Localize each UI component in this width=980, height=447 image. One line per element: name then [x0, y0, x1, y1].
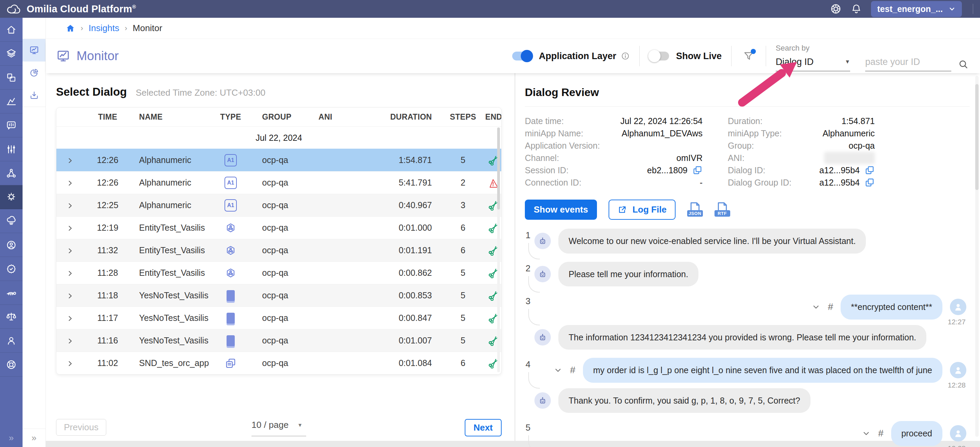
field-label: Session ID: [525, 165, 569, 175]
filter-button[interactable] [741, 49, 756, 64]
dialog-row[interactable]: 11:18YesNoTest_Vasilisocp-qa0:00.8535 [56, 284, 501, 307]
next-page-button[interactable]: Next [465, 419, 502, 436]
column-header-steps[interactable]: STEPS [441, 113, 485, 122]
subsidebar-collapse-button[interactable]: » [22, 428, 45, 447]
column-header-end[interactable]: END [485, 113, 501, 122]
copy-icon[interactable] [864, 177, 875, 188]
log-file-button[interactable]: Log File [609, 200, 676, 220]
subsidebar-item-export[interactable] [22, 84, 45, 107]
topbar-divider [973, 4, 973, 14]
sidebar-item-apps[interactable] [0, 65, 22, 89]
settings-icon[interactable] [830, 3, 842, 15]
sidebar-collapse-button[interactable]: » [0, 428, 22, 447]
collapse-chevron-icon[interactable] [862, 429, 871, 438]
user-menu-button[interactable]: test_energon_... [871, 1, 962, 17]
show-live-label: Show Live [676, 51, 722, 62]
sidebar-item-account[interactable] [0, 329, 22, 353]
show-live-toggle[interactable] [649, 52, 669, 60]
expand-row-chevron-icon[interactable] [66, 292, 74, 299]
previous-page-button[interactable]: Previous [56, 419, 106, 436]
subsidebar-item-reports[interactable] [22, 62, 45, 84]
sidebar-item-quality[interactable] [0, 257, 22, 281]
sidebar-item-home[interactable] [0, 18, 22, 42]
subsidebar-spacer [22, 107, 45, 428]
sidebar-item-compliance[interactable] [0, 305, 22, 329]
search-type-select[interactable]: Dialog ID ▼ [776, 57, 850, 72]
dialog-table-card: TIMENAMETYPEGROUPANIDURATIONSTEPSEND Jul… [56, 107, 502, 375]
expand-row-chevron-icon[interactable] [66, 360, 74, 367]
column-header-time[interactable]: TIME [84, 113, 132, 122]
field-label: Date time: [525, 116, 564, 126]
column-header-type[interactable]: TYPE [207, 113, 255, 122]
page-size-select[interactable]: 10 / page ▼ [251, 420, 306, 436]
search-type-value: Dialog ID [776, 57, 814, 67]
field-value: 1:54.871 [842, 116, 875, 126]
field-value: ocp-qa [849, 141, 875, 150]
dialog-review-details: Date time: Jul 22, 2024 12:26:54 miniApp… [525, 115, 970, 189]
hash-icon[interactable]: # [878, 428, 884, 439]
hash-icon[interactable]: # [570, 365, 576, 375]
expand-row-chevron-icon[interactable] [66, 202, 74, 209]
dialog-row[interactable]: 11:17YesNoTest_Vasilisocp-qa0:00.8475 [56, 307, 501, 329]
sidebar-item-support[interactable] [0, 353, 22, 377]
dialog-row[interactable]: 12:26AlphanumericA1ocp-qa1:54.8715 [56, 149, 501, 171]
quality-icon [6, 264, 17, 274]
copy-icon[interactable] [692, 165, 703, 175]
expand-row-chevron-icon[interactable] [66, 179, 74, 186]
hash-icon[interactable]: # [828, 301, 834, 312]
column-header-name[interactable]: NAME [132, 113, 207, 122]
expand-row-chevron-icon[interactable] [66, 224, 74, 232]
sidebar-item-orchestrator[interactable] [0, 161, 22, 185]
user-avatar [950, 362, 966, 378]
sidebar-item-layers[interactable] [0, 42, 22, 65]
info-icon[interactable] [621, 52, 630, 60]
expand-row-chevron-icon[interactable] [66, 337, 74, 345]
collapse-chevron-icon[interactable] [554, 366, 562, 375]
dialog-row[interactable]: 11:32EntityTest_Vasilisocp-qa0:01.1916 [56, 239, 501, 261]
call-end-success-icon [488, 313, 498, 323]
sidebar-item-analytics[interactable] [0, 89, 22, 113]
sidebar-item-insights[interactable] [0, 185, 22, 209]
sidebar-item-cloud-services[interactable] [0, 209, 22, 233]
copy-icon[interactable] [864, 165, 875, 175]
row-name: EntityTest_Vasilis [132, 245, 207, 255]
dialog-row[interactable]: 12:19EntityTest_Vasilisocp-qa0:01.0006 [56, 216, 501, 239]
expand-row-chevron-icon[interactable] [66, 269, 74, 277]
page-header: Monitor Application Layer Show Live [46, 39, 980, 73]
sidebar-item-conversations[interactable] [0, 113, 22, 137]
dialog-row[interactable]: 11:16YesNoTest_Vasilisocp-qa0:01.0075 [56, 329, 501, 352]
breadcrumb-current: Monitor [132, 23, 162, 33]
notifications-bell-icon[interactable] [851, 3, 862, 15]
search-icon[interactable] [958, 59, 968, 69]
breadcrumb-link-insights[interactable]: Insights [89, 23, 119, 33]
application-layer-toggle[interactable] [512, 52, 532, 60]
yesno-type-icon [226, 290, 235, 301]
column-header-duration[interactable]: DURATION [390, 113, 441, 122]
breadcrumb-separator: › [125, 24, 127, 33]
column-header-ani[interactable]: ANI [311, 113, 390, 122]
dialog-row[interactable]: 11:28EntityTest_Vasilisocp-qa0:00.8625 [56, 261, 501, 284]
download-rtf-button[interactable]: RTF [714, 201, 730, 219]
row-steps: 5 [441, 291, 485, 301]
sidebar-item-admin[interactable] [0, 233, 22, 257]
dialog-row[interactable]: 11:02SND_tes_orc_appocp-qa0:01.0846 [56, 352, 501, 374]
sidebar-item-tuning[interactable] [0, 137, 22, 161]
expand-row-chevron-icon[interactable] [66, 247, 74, 254]
download-json-button[interactable]: JSON [687, 201, 703, 219]
table-body: 12:26AlphanumericA1ocp-qa1:54.871512:26A… [56, 149, 501, 374]
collapse-chevron-icon[interactable] [811, 302, 821, 311]
sidebar-item-performance[interactable] [0, 281, 22, 305]
subsidebar-item-monitor[interactable] [22, 39, 45, 62]
column-header-group[interactable]: GROUP [255, 113, 311, 122]
expand-row-chevron-icon[interactable] [66, 314, 74, 322]
table-scrollbar[interactable] [497, 127, 500, 372]
dialog-review-scrollbar[interactable] [975, 76, 978, 437]
detail-field: Session ID: eb2...1809 [525, 164, 703, 177]
breadcrumb-home-icon[interactable] [65, 24, 75, 33]
dialog-row[interactable]: 12:25AlphanumericA1ocp-qa0:40.9673 [56, 194, 501, 216]
show-events-button[interactable]: Show events [525, 200, 597, 220]
dialog-row[interactable]: 12:26AlphanumericA1ocp-qa5:41.7912 [56, 171, 501, 194]
search-id-input[interactable]: paste your ID [865, 57, 951, 72]
select-dialog-title: Select Dialog [56, 86, 127, 99]
expand-row-chevron-icon[interactable] [66, 156, 74, 164]
